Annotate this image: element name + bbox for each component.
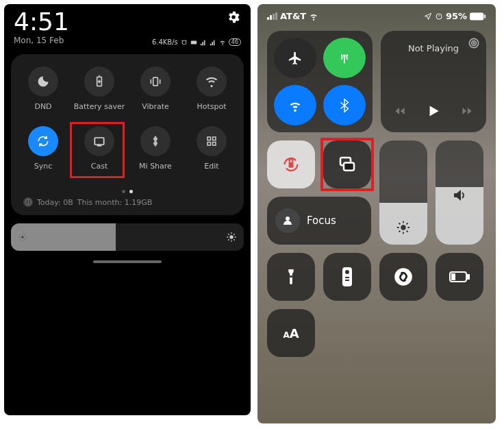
ios-status-bar: AT&T 95% xyxy=(257,4,496,21)
airplane-toggle[interactable] xyxy=(274,38,316,78)
volte-icon xyxy=(190,39,197,46)
bluetooth-toggle[interactable] xyxy=(323,85,366,125)
svg-point-21 xyxy=(401,225,405,230)
svg-rect-2 xyxy=(153,77,158,86)
wifi-toggle[interactable] xyxy=(274,85,316,125)
battery-icon xyxy=(470,12,486,21)
screen-mirroring-button[interactable] xyxy=(323,140,371,188)
network-speed: 6.4KB/s xyxy=(152,38,178,46)
battery-icon xyxy=(449,271,470,282)
orientation-lock-button[interactable] xyxy=(267,140,315,188)
svg-rect-11 xyxy=(470,12,483,20)
alarm-icon xyxy=(181,39,188,46)
ios-control-center: AT&T 95% Not Playing xyxy=(257,4,496,423)
tile-cast[interactable]: Cast xyxy=(71,126,127,171)
svg-rect-12 xyxy=(484,14,486,19)
flashlight-icon xyxy=(284,268,299,286)
airplay-icon[interactable] xyxy=(467,36,481,50)
battery-pill: 46 xyxy=(229,38,241,46)
media-card[interactable]: Not Playing xyxy=(381,31,486,132)
tile-battery-saver[interactable]: Battery saver xyxy=(71,66,127,111)
bluetooth-icon xyxy=(337,98,352,113)
battery-percent: 95% xyxy=(446,11,467,21)
tile-edit[interactable]: Edit xyxy=(184,126,240,171)
play-icon[interactable] xyxy=(425,102,442,120)
tile-sync[interactable]: Sync xyxy=(15,126,71,171)
svg-point-16 xyxy=(473,42,475,44)
prev-track-icon[interactable] xyxy=(393,104,407,118)
wifi-icon xyxy=(288,98,303,113)
rotation-lock-icon xyxy=(435,12,443,21)
signal-icon xyxy=(210,39,216,46)
svg-rect-22 xyxy=(290,275,292,278)
remote-icon xyxy=(342,267,352,286)
svg-point-13 xyxy=(343,54,346,57)
svg-rect-30 xyxy=(451,273,455,280)
gear-icon xyxy=(226,10,241,25)
android-phone: 4:51 Mon, 15 Feb 6.4KB/s 46 DND Battery … xyxy=(4,4,251,415)
svg-point-9 xyxy=(229,235,233,238)
text-size-button[interactable]: AA xyxy=(267,309,315,357)
svg-point-20 xyxy=(286,217,290,221)
svg-rect-7 xyxy=(213,143,216,146)
cellular-toggle[interactable] xyxy=(323,38,366,78)
svg-point-8 xyxy=(21,236,24,238)
sync-icon xyxy=(36,134,50,148)
remote-button[interactable] xyxy=(323,253,371,301)
signal-icon xyxy=(200,39,207,46)
vibrate-icon xyxy=(149,75,162,88)
svg-rect-17 xyxy=(289,162,294,168)
data-usage[interactable]: ⓘ Today: 0B This month: 1.19GB xyxy=(23,197,231,207)
svg-rect-4 xyxy=(207,137,211,140)
svg-rect-0 xyxy=(191,40,197,44)
svg-rect-29 xyxy=(468,275,469,279)
shazam-button[interactable] xyxy=(379,253,427,301)
next-track-icon[interactable] xyxy=(460,104,474,118)
svg-point-24 xyxy=(345,270,349,274)
location-icon xyxy=(424,12,432,21)
focus-label: Focus xyxy=(307,214,336,227)
wifi-icon xyxy=(219,39,226,46)
connectivity-card xyxy=(267,31,373,132)
grid-icon xyxy=(205,135,218,147)
hotspot-icon xyxy=(205,75,218,88)
clock-time: 4:51 xyxy=(14,10,69,34)
carrier-label: AT&T xyxy=(280,11,306,21)
svg-rect-25 xyxy=(345,277,349,278)
info-icon: ⓘ xyxy=(23,197,33,207)
signal-icon xyxy=(267,13,277,20)
low-power-button[interactable] xyxy=(436,253,483,301)
flashlight-button[interactable] xyxy=(267,253,315,301)
person-icon xyxy=(281,214,294,227)
settings-button[interactable] xyxy=(226,10,241,27)
airplane-icon xyxy=(288,51,303,66)
sun-high-icon xyxy=(226,232,237,243)
tile-hotspot[interactable]: Hotspot xyxy=(184,66,240,111)
moon-icon xyxy=(36,75,50,88)
volume-icon xyxy=(451,187,468,204)
svg-rect-26 xyxy=(345,280,349,281)
sun-low-icon xyxy=(18,232,27,242)
svg-rect-5 xyxy=(213,137,216,140)
svg-point-27 xyxy=(394,268,412,286)
home-indicator[interactable] xyxy=(93,260,162,263)
highlight-marker xyxy=(320,138,374,191)
text-size-icon: AA xyxy=(283,326,299,341)
highlight-marker xyxy=(70,122,125,178)
tile-mishare[interactable]: Mi Share xyxy=(127,126,184,171)
volume-slider[interactable] xyxy=(436,140,483,245)
wifi-icon xyxy=(309,12,318,21)
mishare-icon xyxy=(149,134,162,148)
tile-vibrate[interactable]: Vibrate xyxy=(127,66,184,111)
antenna-icon xyxy=(337,51,352,66)
shazam-icon xyxy=(394,267,413,286)
brightness-slider[interactable] xyxy=(11,223,244,251)
sun-icon xyxy=(396,220,411,235)
page-indicator[interactable] xyxy=(15,190,240,193)
brightness-slider[interactable] xyxy=(379,140,427,245)
battery-plus-icon xyxy=(92,75,106,88)
lock-rotation-icon xyxy=(281,155,301,174)
tile-dnd[interactable]: DND xyxy=(15,66,71,111)
android-quick-panel: DND Battery saver Vibrate Hotspot Sync xyxy=(11,54,244,215)
focus-button[interactable]: Focus xyxy=(267,197,371,245)
